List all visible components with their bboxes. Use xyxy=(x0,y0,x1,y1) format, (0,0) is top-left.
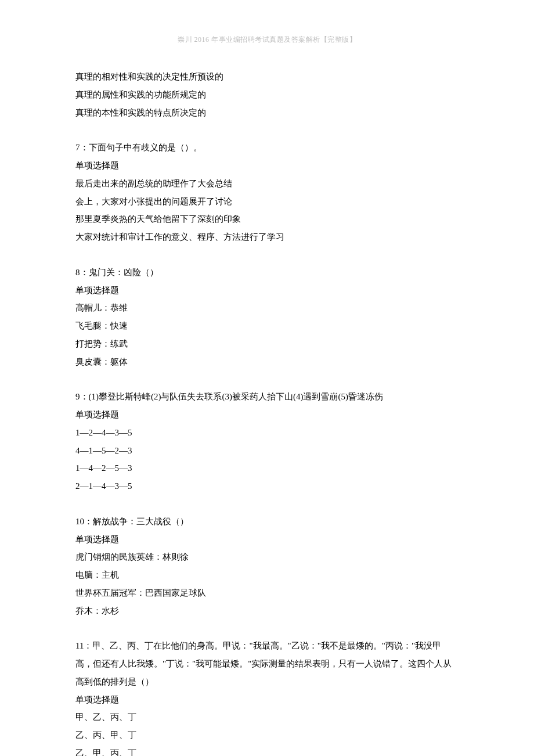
question-type: 单项选择题 xyxy=(75,531,459,549)
option-line: 乔木：水杉 xyxy=(75,602,459,620)
question-block: 7：下面句子中有歧义的是（）。 单项选择题 最后走出来的副总统的助理作了大会总结… xyxy=(75,139,459,246)
option-line: 会上，大家对小张提出的问题展开了讨论 xyxy=(75,193,459,211)
option-line: 高帽儿：恭维 xyxy=(75,299,459,317)
option-line: 4—1—5—2—3 xyxy=(75,442,459,460)
option-line: 打把势：练武 xyxy=(75,335,459,353)
question-block: 11：甲、乙、丙、丁在比他们的身高。甲说："我最高。"乙说："我不是最矮的。"丙… xyxy=(75,637,459,756)
question-type: 单项选择题 xyxy=(75,282,459,300)
option-line: 臭皮囊：躯体 xyxy=(75,353,459,371)
option-line: 电脑：主机 xyxy=(75,566,459,584)
option-line: 1—2—4—3—5 xyxy=(75,424,459,442)
option-line: 2—1—4—3—5 xyxy=(75,477,459,495)
option-line: 甲、乙、丙、丁 xyxy=(75,708,459,726)
option-line: 那里夏季炎热的天气给他留下了深刻的印象 xyxy=(75,210,459,228)
option-line: 世界杯五届冠军：巴西国家足球队 xyxy=(75,584,459,602)
option-line: 最后走出来的副总统的助理作了大会总结 xyxy=(75,175,459,193)
question-block: 8：鬼门关：凶险（） 单项选择题 高帽儿：恭维 飞毛腿：快速 打把势：练武 臭皮… xyxy=(75,264,459,371)
question-block: 10：解放战争：三大战役（） 单项选择题 虎门销烟的民族英雄：林则徐 电脑：主机… xyxy=(75,513,459,620)
option-line: 乙、甲、丙、丁 xyxy=(75,744,459,756)
question-stem: 10：解放战争：三大战役（） xyxy=(75,513,459,531)
option-line: 虎门销烟的民族英雄：林则徐 xyxy=(75,548,459,566)
option-line: 大家对统计和审计工作的意义、程序、方法进行了学习 xyxy=(75,228,459,246)
page-header-title: 崇川 2016 年事业编招聘考试真题及答案解析【完整版】 xyxy=(75,35,459,45)
question-block: 9：(1)攀登比斯特峰(2)与队伍失去联系(3)被采药人抬下山(4)遇到雪崩(5… xyxy=(75,388,459,495)
question-stem: 7：下面句子中有歧义的是（）。 xyxy=(75,139,459,157)
question-stem: 11：甲、乙、丙、丁在比他们的身高。甲说："我最高。"乙说："我不是最矮的。"丙… xyxy=(75,637,459,690)
document-page: 崇川 2016 年事业编招聘考试真题及答案解析【完整版】 真理的相对性和实践的决… xyxy=(0,0,534,756)
option-line: 1—4—2—5—3 xyxy=(75,459,459,477)
option-line: 飞毛腿：快速 xyxy=(75,317,459,335)
text-line: 真理的属性和实践的功能所规定的 xyxy=(75,86,459,104)
question-block: 真理的相对性和实践的决定性所预设的 真理的属性和实践的功能所规定的 真理的本性和… xyxy=(75,68,459,121)
question-type: 单项选择题 xyxy=(75,157,459,175)
question-type: 单项选择题 xyxy=(75,691,459,709)
question-stem: 9：(1)攀登比斯特峰(2)与队伍失去联系(3)被采药人抬下山(4)遇到雪崩(5… xyxy=(75,388,459,406)
question-stem: 8：鬼门关：凶险（） xyxy=(75,264,459,282)
text-line: 真理的本性和实践的特点所决定的 xyxy=(75,104,459,122)
question-type: 单项选择题 xyxy=(75,406,459,424)
text-line: 真理的相对性和实践的决定性所预设的 xyxy=(75,68,459,86)
option-line: 乙、丙、甲、丁 xyxy=(75,726,459,744)
